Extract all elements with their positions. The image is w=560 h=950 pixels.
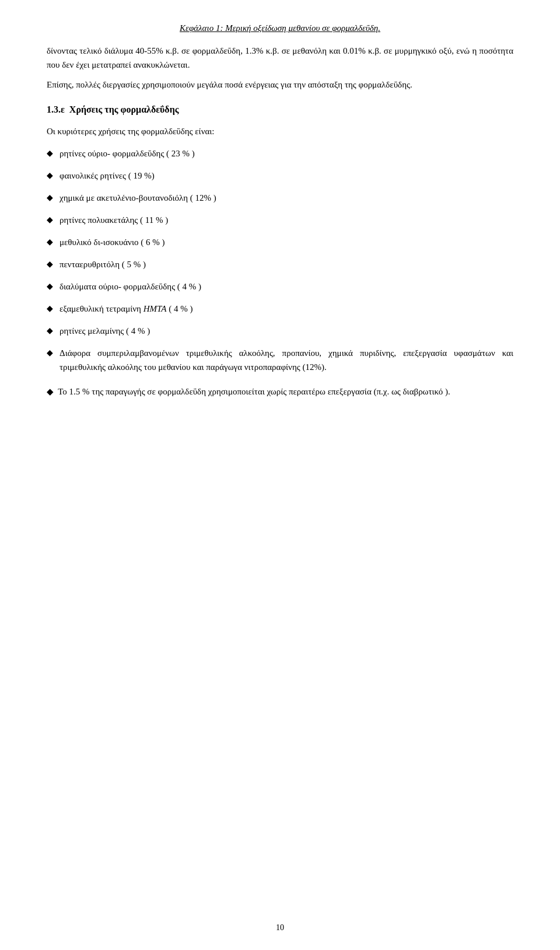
list-item: ◆ φαινολικές ρητίνες ( 19 %) [47, 169, 513, 183]
diamond-icon: ◆ [47, 214, 60, 226]
list-item: ◆ Διάφορα συμπεριλαμβανομένων τριμεθυλικ… [47, 346, 513, 374]
bullet-text-7: διαλύματα ούριο- φορμαλδεΰδης ( 4 % ) [60, 280, 513, 294]
list-item: ◆ πενταερυθριτόλη ( 5 % ) [47, 257, 513, 271]
paragraph-2: Επίσης, πολλές διεργασίες χρησιμοποιούν … [47, 78, 513, 92]
list-item: ◆ διαλύματα ούριο- φορμαλδεΰδης ( 4 % ) [47, 280, 513, 294]
bullet-text-2: φαινολικές ρητίνες ( 19 %) [60, 169, 513, 183]
last-paragraphs: ◆ Το 1.5 % της παραγωγής σε φορμαλδεΰδη … [47, 385, 513, 399]
bullet-text-6: πενταερυθριτόλη ( 5 % ) [60, 257, 513, 271]
diamond-icon: ◆ [47, 347, 60, 359]
diamond-icon: ◆ [47, 147, 60, 160]
diamond-icon: ◆ [47, 258, 60, 271]
bullet-text-5: μεθυλικό δι-ισοκυάνιο ( 6 % ) [60, 235, 513, 249]
list-item: ◆ ρητίνες πολυακετάλης ( 11 % ) [47, 213, 513, 227]
diamond-icon: ◆ [47, 324, 60, 337]
diamond-icon: ◆ [47, 191, 60, 204]
list-item: ◆ χημικά με ακετυλένιο-βουτανοδιόλη ( 12… [47, 191, 513, 205]
section-number: 1.3.ε [47, 104, 65, 114]
paragraph-1-text: δίνοντας τελικό διάλυμα 40-55% κ.β. σε φ… [47, 46, 513, 69]
diamond-icon: ◆ [47, 169, 60, 182]
page-header: Κεφάλαιο 1: Μερική οξείδωση μεθανίου σε … [47, 23, 513, 33]
section-title-text: Χρήσεις της φορμαλδεΰδης [69, 104, 179, 114]
bullet-text-9: ρητίνες μελαμίνης ( 4 % ) [60, 324, 513, 338]
page-number: 10 [0, 923, 560, 932]
list-item: ◆ εξαμεθυλική τετραμίνη ΗΜΤΑ ( 4 % ) [47, 302, 513, 316]
diamond-icon: ◆ [47, 236, 60, 249]
header-title: Κεφάλαιο 1: Μερική οξείδωση μεθανίου σε … [180, 23, 380, 33]
last-paragraph-1-text: Το 1.5 % της παραγωγής σε φορμαλδεΰδη χρ… [58, 387, 450, 396]
section-title: 1.3.ε Χρήσεις της φορμαλδεΰδης [47, 104, 513, 115]
section-intro: Οι κυριότερες χρήσεις της φορμαλδεΰδης ε… [47, 124, 513, 138]
paragraph-2-text: Επίσης, πολλές διεργασίες χρησιμοποιούν … [47, 80, 412, 89]
diamond-icon: ◆ [47, 302, 60, 315]
paragraph-1: δίνοντας τελικό διάλυμα 40-55% κ.β. σε φ… [47, 44, 513, 72]
page-number-text: 10 [276, 923, 284, 932]
bullet-text-8: εξαμεθυλική τετραμίνη ΗΜΤΑ ( 4 % ) [60, 302, 513, 316]
bullet-list: ◆ ρητίνες ούριο- φορμαλδεΰδης ( 23 % ) ◆… [47, 146, 513, 374]
section-intro-text: Οι κυριότερες χρήσεις της φορμαλδεΰδης ε… [47, 127, 214, 136]
list-item: ◆ ρητίνες ούριο- φορμαλδεΰδης ( 23 % ) [47, 146, 513, 160]
bullet-text-3: χημικά με ακετυλένιο-βουτανοδιόλη ( 12% … [60, 191, 513, 205]
hmta-italic: ΗΜΤΑ [144, 304, 167, 313]
bullet-text-4: ρητίνες πολυακετάλης ( 11 % ) [60, 213, 513, 227]
bullet-text-1: ρητίνες ούριο- φορμαλδεΰδης ( 23 % ) [60, 146, 513, 160]
list-item: ◆ ρητίνες μελαμίνης ( 4 % ) [47, 324, 513, 338]
diamond-icon: ◆ [47, 280, 60, 293]
last-paragraph-1-prefix: ◆ [47, 387, 58, 396]
list-item: ◆ μεθυλικό δι-ισοκυάνιο ( 6 % ) [47, 235, 513, 249]
bullet-text-10: Διάφορα συμπεριλαμβανομένων τριμεθυλικής… [60, 346, 513, 374]
last-paragraph-1: ◆ Το 1.5 % της παραγωγής σε φορμαλδεΰδη … [47, 385, 513, 399]
page-container: Κεφάλαιο 1: Μερική οξείδωση μεθανίου σε … [0, 0, 560, 950]
